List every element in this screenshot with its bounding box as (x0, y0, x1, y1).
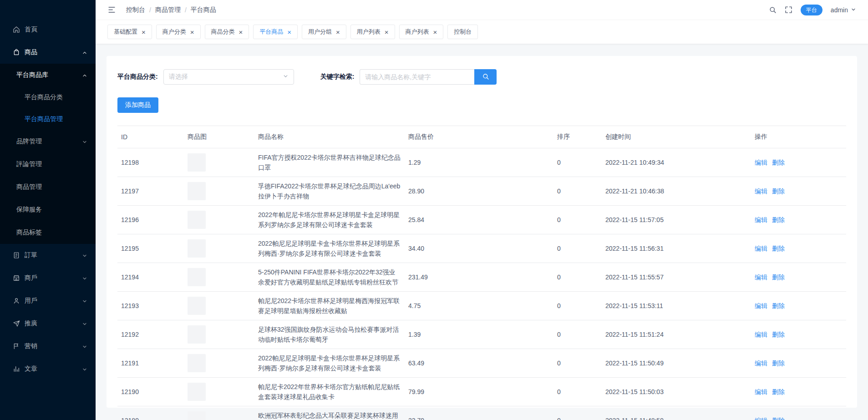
tab-item[interactable]: 商品分类× (205, 25, 249, 39)
cell-sort: 0 (553, 177, 602, 206)
sidebar-item[interactable]: 用戶 (0, 289, 96, 312)
tab-item[interactable]: 控制台 (447, 25, 478, 39)
close-icon[interactable]: × (239, 29, 243, 35)
product-image-placeholder (188, 182, 206, 200)
cell-sort: 0 (553, 378, 602, 406)
edit-link[interactable]: 编辑 (755, 245, 767, 252)
sidebar-item[interactable]: 商品标签 (0, 221, 96, 244)
delete-link[interactable]: 删除 (772, 331, 785, 338)
cell-sort: 0 (553, 234, 602, 263)
sidebar-item-label: 平台商品库 (16, 71, 48, 79)
cell-id: 12196 (117, 206, 184, 234)
header-right: 平台 admin (769, 5, 856, 15)
sidebar-item[interactable]: 評論管理 (0, 153, 96, 176)
sidebar-item[interactable]: 文章 (0, 358, 96, 380)
breadcrumb-item[interactable]: 商品管理 (155, 6, 181, 14)
tab-item[interactable]: 商户分类× (156, 25, 201, 39)
delete-link[interactable]: 删除 (772, 187, 785, 195)
cell-price: 4.75 (405, 292, 553, 320)
sidebar-item[interactable]: 推廣 (0, 312, 96, 335)
edit-link[interactable]: 编辑 (755, 273, 767, 281)
tab-active[interactable]: 平台商品× (253, 25, 298, 39)
search-button[interactable] (474, 69, 497, 85)
sidebar-item[interactable]: 平台商品管理 (0, 108, 96, 130)
product-image-placeholder (188, 325, 206, 344)
delete-link[interactable]: 删除 (772, 388, 785, 395)
close-icon[interactable]: × (336, 29, 340, 35)
delete-link[interactable]: 删除 (772, 417, 785, 420)
cell-actions: 编辑删除 (751, 292, 846, 320)
sidebar-item[interactable]: 首頁 (0, 18, 96, 41)
close-icon[interactable]: × (385, 29, 389, 35)
article-icon (13, 365, 20, 373)
cell-actions: 编辑删除 (751, 177, 846, 206)
tab-label: 商户列表 (406, 28, 429, 36)
products-table: ID商品图商品名称商品售价排序创建时间操作 12198FIFA官方授权2022卡… (117, 126, 846, 420)
cell-price: 63.49 (405, 349, 553, 378)
platform-badge: 平台 (801, 5, 822, 15)
edit-link[interactable]: 编辑 (755, 359, 767, 367)
sidebar-item-label: 营销 (25, 342, 37, 350)
user-menu[interactable]: admin (831, 6, 856, 14)
add-product-button[interactable]: 添加商品 (117, 97, 158, 113)
close-icon[interactable]: × (142, 29, 146, 35)
sidebar-item[interactable]: 商品 (0, 41, 96, 64)
sidebar: 首頁商品平台商品库平台商品分类平台商品管理品牌管理評論管理商品管理保障服务商品标… (0, 0, 96, 420)
cell-actions: 编辑删除 (751, 234, 846, 263)
table-row: 121912022帕尼尼足球明星卡盒卡塔尔世界杯足球明星系列梅西·罗纳尔多足球有… (117, 349, 846, 378)
edit-link[interactable]: 编辑 (755, 331, 767, 338)
fullscreen-icon[interactable] (785, 6, 792, 14)
cell-name: 欧洲冠军杯表彰纪念品大耳朵联赛足球奖杯球迷用品纪念品家居装饰工艺品 (254, 406, 405, 420)
close-icon[interactable]: × (190, 29, 194, 35)
close-icon[interactable]: × (287, 29, 291, 35)
edit-link[interactable]: 编辑 (755, 302, 767, 309)
tab-item[interactable]: 用户列表× (350, 25, 395, 39)
tab-item[interactable]: 用户分组× (302, 25, 346, 39)
sidebar-item[interactable]: 平台商品库 (0, 64, 96, 86)
close-icon[interactable]: × (433, 29, 437, 35)
product-image-placeholder (188, 411, 206, 420)
breadcrumb-item[interactable]: 平台商品 (191, 6, 216, 14)
delete-link[interactable]: 删除 (772, 359, 785, 367)
sidebar-item[interactable]: 营销 (0, 335, 96, 358)
delete-link[interactable]: 删除 (772, 216, 785, 223)
sidebar-item[interactable]: 商戶 (0, 267, 96, 289)
category-select[interactable]: 请选择 (163, 69, 294, 85)
edit-link[interactable]: 编辑 (755, 187, 767, 195)
search-icon[interactable] (769, 6, 777, 14)
delete-link[interactable]: 删除 (772, 245, 785, 252)
sidebar-item[interactable]: 平台商品分类 (0, 86, 96, 108)
edit-link[interactable]: 编辑 (755, 388, 767, 395)
cell-name: 2022帕尼尼足球明星卡盒卡塔尔世界杯足球明星系列梅西·罗纳尔多足球有限公司球迷… (254, 234, 405, 263)
sidebar-item[interactable]: 保障服务 (0, 198, 96, 221)
edit-link[interactable]: 编辑 (755, 216, 767, 223)
sidebar-item[interactable]: 品牌管理 (0, 130, 96, 153)
cell-image (184, 378, 254, 406)
app: 首頁商品平台商品库平台商品分类平台商品管理品牌管理評論管理商品管理保障服务商品标… (0, 0, 868, 420)
menu-fold-icon[interactable] (107, 5, 116, 14)
edit-link[interactable]: 编辑 (755, 159, 767, 166)
delete-link[interactable]: 删除 (772, 159, 785, 166)
delete-link[interactable]: 删除 (772, 273, 785, 281)
tab-item[interactable]: 商户列表× (399, 25, 444, 39)
order-icon (13, 252, 20, 259)
delete-link[interactable]: 删除 (772, 302, 785, 309)
tab-label: 控制台 (454, 28, 472, 36)
table-row: 12197孚德FIFA2022卡塔尔世界杯足球纪念品周边La'eeb拉伊卜手办吉… (117, 177, 846, 206)
cell-image (184, 206, 254, 234)
category-select-placeholder: 请选择 (169, 73, 188, 81)
tab-item[interactable]: 基础配置× (107, 25, 152, 39)
tab-label: 商品分类 (211, 28, 235, 36)
chevron-down-icon (82, 298, 87, 305)
sidebar-item[interactable]: 商品管理 (0, 176, 96, 198)
sidebar-item[interactable]: 訂單 (0, 244, 96, 267)
edit-link[interactable]: 编辑 (755, 417, 767, 420)
category-filter-label: 平台商品分类: (117, 73, 158, 81)
keyword-input[interactable] (360, 69, 474, 85)
tab-bar: 基础配置×商户分类×商品分类×平台商品×用户分组×用户列表×商户列表×控制台 (96, 20, 868, 44)
sidebar-item-label: 保障服务 (16, 206, 42, 214)
cell-actions: 编辑删除 (751, 406, 846, 420)
cell-created: 2022-11-15 11:51:24 (602, 320, 751, 349)
username: admin (831, 6, 848, 14)
breadcrumb-item[interactable]: 控制台 (126, 6, 145, 14)
